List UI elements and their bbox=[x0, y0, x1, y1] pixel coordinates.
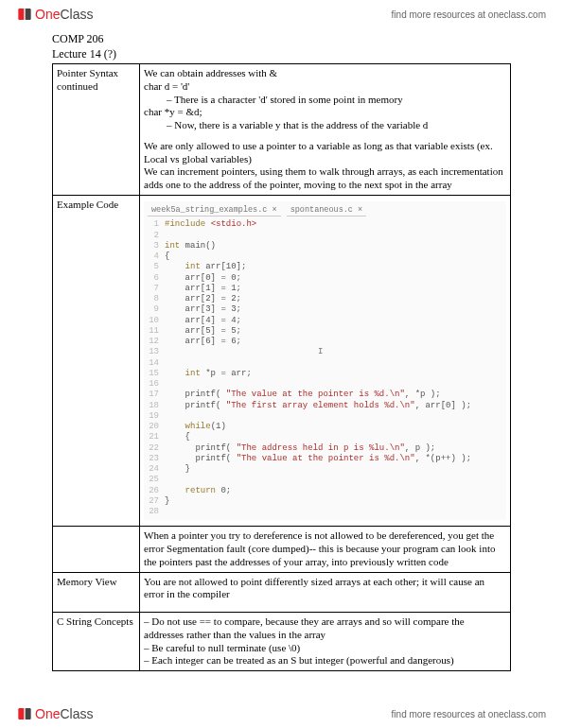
code-text: printf( "The first array element holds %… bbox=[165, 401, 471, 411]
content-cell: week5a_string_examples.c × spontaneous.c… bbox=[140, 195, 511, 527]
footer-tagline[interactable]: find more resources at oneclass.com bbox=[392, 709, 546, 719]
topic-cell: C String Concepts bbox=[53, 613, 140, 671]
note-text: – Now, there is a variable y that is the… bbox=[144, 119, 506, 132]
note-text: char d = 'd' bbox=[144, 80, 189, 92]
code-text: } bbox=[165, 496, 169, 507]
code-line: 26 return 0; bbox=[148, 486, 502, 496]
line-number: 11 bbox=[148, 326, 165, 337]
notes-table: Pointer Syntax continued We can obtain a… bbox=[52, 63, 511, 671]
lecture-title: Lecture 14 (?) bbox=[52, 47, 511, 61]
code-line: 17 printf( "The value at the pointer is … bbox=[148, 390, 502, 400]
code-line: 7 arr[1] = 1; bbox=[148, 284, 502, 294]
note-text: You are not allowed to point differently… bbox=[144, 576, 484, 600]
table-row: When a pointer you try to dereference is… bbox=[53, 527, 511, 572]
code-line: 8 arr[2] = 2; bbox=[148, 294, 502, 304]
table-row: Memory View You are not allowed to point… bbox=[53, 572, 511, 613]
line-number: 19 bbox=[148, 411, 165, 422]
line-number: 14 bbox=[148, 358, 165, 369]
code-text: return 0; bbox=[165, 486, 231, 496]
footer-bar: OneClass find more resources at oneclass… bbox=[0, 700, 563, 728]
topic-cell: Memory View bbox=[53, 572, 140, 613]
header-tagline[interactable]: find more resources at oneclass.com bbox=[392, 9, 546, 20]
code-line: 11 arr[5] = 5; bbox=[148, 326, 502, 337]
line-number: 12 bbox=[148, 337, 165, 347]
code-text: arr[3] = 3; bbox=[165, 304, 241, 315]
brand-logo[interactable]: OneClass bbox=[17, 7, 93, 22]
code-line: 14 bbox=[148, 358, 502, 369]
code-text: arr[4] = 4; bbox=[165, 316, 241, 326]
code-text: } bbox=[165, 464, 190, 475]
table-row: C String Concepts – Do not use == to com… bbox=[53, 613, 511, 671]
line-number: 17 bbox=[148, 390, 165, 400]
code-line: 18 printf( "The first array element hold… bbox=[148, 401, 502, 411]
line-number: 22 bbox=[148, 443, 165, 454]
code-line: 2 bbox=[148, 231, 502, 241]
line-number: 16 bbox=[148, 379, 165, 390]
brand-one: One bbox=[35, 706, 60, 721]
code-line: 4{ bbox=[148, 251, 502, 262]
line-number: 23 bbox=[148, 454, 165, 464]
code-text: printf( "The value at the pointer is %d.… bbox=[165, 454, 471, 464]
code-line: 12 arr[6] = 6; bbox=[148, 337, 502, 347]
line-number: 21 bbox=[148, 432, 165, 442]
line-number: 1 bbox=[148, 219, 165, 230]
code-line: 21 { bbox=[148, 432, 502, 442]
code-body: 1#include <stdio.h>23int main()4{5 int a… bbox=[148, 219, 502, 517]
line-number: 28 bbox=[148, 507, 165, 517]
topic-text: C String Concepts bbox=[57, 615, 133, 627]
code-text: arr[5] = 5; bbox=[165, 326, 241, 337]
note-text: – Be careful to null terminate (use \0) bbox=[144, 642, 300, 653]
topic-cell: Pointer Syntax continued bbox=[53, 64, 140, 196]
note-text: – There is a character 'd' stored in som… bbox=[144, 94, 506, 107]
topic-text: Memory View bbox=[57, 576, 117, 587]
content-cell: You are not allowed to point differently… bbox=[140, 572, 511, 613]
line-number: 15 bbox=[148, 369, 165, 379]
code-text: { bbox=[165, 251, 169, 262]
line-number: 5 bbox=[148, 262, 165, 272]
code-line: 16 bbox=[148, 379, 502, 390]
line-number: 13 bbox=[148, 347, 165, 357]
note-text: We are only allowed to use a pointer to … bbox=[144, 140, 493, 165]
line-number: 25 bbox=[148, 475, 165, 485]
note-text: – Do not use == to compare, because they… bbox=[144, 615, 465, 640]
brand-class: Class bbox=[60, 7, 93, 22]
code-text: arr[1] = 1; bbox=[165, 284, 241, 294]
topic-cell bbox=[53, 527, 140, 572]
line-number: 9 bbox=[148, 304, 165, 315]
close-icon: × bbox=[358, 205, 362, 215]
code-line: 13 I bbox=[148, 347, 502, 357]
tab-label: spontaneous.c bbox=[290, 205, 353, 215]
code-text: #include <stdio.h> bbox=[165, 219, 256, 230]
brand-class: Class bbox=[60, 706, 93, 721]
line-number: 3 bbox=[148, 241, 165, 251]
brand-logo[interactable]: OneClass bbox=[17, 706, 93, 721]
code-line: 22 printf( "The address held in p is %lu… bbox=[148, 443, 502, 454]
header-bar: OneClass find more resources at oneclass… bbox=[0, 0, 563, 28]
note-text: – Each integer can be treated as an S bu… bbox=[144, 654, 454, 666]
line-number: 7 bbox=[148, 284, 165, 294]
line-number: 26 bbox=[148, 486, 165, 496]
code-screenshot: week5a_string_examples.c × spontaneous.c… bbox=[144, 201, 506, 521]
code-line: 23 printf( "The value at the pointer is … bbox=[148, 454, 502, 464]
code-text: arr[2] = 2; bbox=[165, 294, 241, 304]
code-text: int main() bbox=[165, 241, 216, 251]
line-number: 4 bbox=[148, 251, 165, 262]
code-text: { bbox=[165, 432, 190, 442]
content-cell: We can obtain addresses with & char d = … bbox=[140, 64, 511, 196]
brand-one: One bbox=[35, 7, 60, 22]
topic-text: continued bbox=[57, 80, 97, 92]
topic-cell: Example Code bbox=[53, 195, 140, 527]
code-text: printf( "The address held in p is %lu.\n… bbox=[165, 443, 435, 454]
code-line: 24 } bbox=[148, 464, 502, 475]
book-icon bbox=[17, 7, 32, 22]
code-line: 20 while(1) bbox=[148, 422, 502, 432]
table-row: Pointer Syntax continued We can obtain a… bbox=[53, 64, 511, 196]
line-number: 20 bbox=[148, 422, 165, 432]
editor-tab: spontaneous.c × bbox=[287, 204, 367, 217]
topic-text: Example Code bbox=[57, 199, 118, 210]
line-number: 18 bbox=[148, 401, 165, 411]
code-line: 15 int *p = arr; bbox=[148, 369, 502, 379]
code-line: 28 bbox=[148, 507, 502, 517]
code-line: 25 bbox=[148, 475, 502, 485]
line-number: 2 bbox=[148, 231, 165, 241]
